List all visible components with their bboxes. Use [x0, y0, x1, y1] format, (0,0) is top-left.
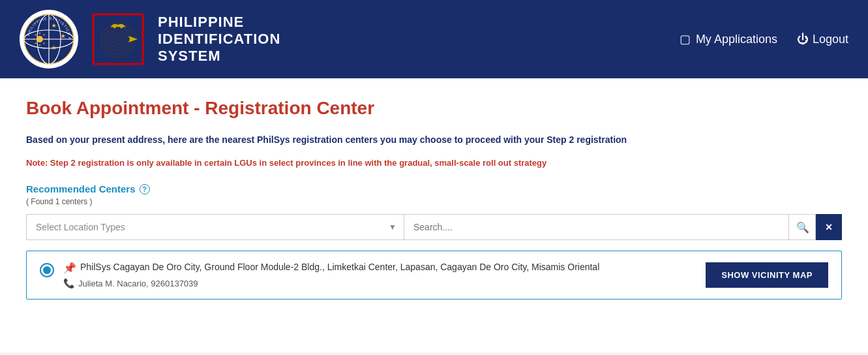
system-title-line2: IDENTIFICATION — [158, 31, 280, 48]
clear-button-label: × — [826, 221, 833, 234]
philsys-logo — [89, 10, 147, 69]
result-address-text: PhilSys Cagayan De Oro City, Ground Floo… — [80, 262, 599, 272]
search-icon: 🔍 — [796, 221, 809, 234]
system-title-line3: SYSTEM — [158, 48, 280, 65]
svg-text:★: ★ — [52, 23, 57, 29]
section-label: Recommended Centers — [26, 183, 136, 194]
pin-icon: 📌 — [63, 262, 76, 274]
found-text: ( Found 1 centers ) — [26, 197, 842, 206]
note-text: Note: Step 2 registration is only availa… — [26, 158, 842, 168]
result-info: 📌 PhilSys Cagayan De Oro City, Ground Fl… — [63, 262, 599, 288]
svg-text:★: ★ — [52, 45, 57, 51]
header-right: ▢ My Applications ⏻ Logout — [680, 32, 848, 46]
result-contact-text: Julieta M. Nacario, 9260137039 — [78, 279, 198, 288]
section-title: Recommended Centers ? — [26, 183, 842, 194]
show-map-button-label: SHOW VICINITY MAP — [721, 270, 813, 280]
search-input[interactable] — [404, 214, 816, 240]
power-icon: ⏻ — [797, 33, 809, 46]
help-icon[interactable]: ? — [140, 184, 150, 194]
radio-inner — [43, 266, 51, 274]
svg-text:★: ★ — [61, 33, 66, 39]
svg-line-14 — [44, 35, 44, 35]
result-left: 📌 PhilSys Cagayan De Oro City, Ground Fl… — [40, 262, 599, 288]
logout-link[interactable]: ⏻ Logout — [797, 33, 848, 46]
applications-icon: ▢ — [680, 32, 691, 46]
my-applications-label: My Applications — [696, 33, 777, 46]
main-content: Book Appointment - Registration Center B… — [0, 78, 868, 352]
search-wrapper: 🔍 — [404, 214, 816, 240]
site-header: ★ ★ ★ PHILIPPINE STATISTICS AUTHORITY — [0, 0, 868, 78]
info-text: Based on your present address, here are … — [26, 134, 842, 145]
page-title: Book Appointment - Registration Center — [26, 98, 842, 119]
svg-line-13 — [35, 43, 36, 44]
result-address: 📌 PhilSys Cagayan De Oro City, Ground Fl… — [63, 262, 599, 274]
location-type-select[interactable]: Select Location Types PhilSys Center Mob… — [26, 214, 404, 240]
system-title-line1: PHILIPPINE — [158, 14, 280, 31]
search-row: Select Location Types PhilSys Center Mob… — [26, 214, 842, 240]
result-contact: 📞 Julieta M. Nacario, 9260137039 — [63, 278, 599, 288]
logout-label: Logout — [813, 33, 848, 46]
svg-point-6 — [37, 36, 43, 42]
location-type-select-wrapper: Select Location Types PhilSys Center Mob… — [26, 214, 404, 240]
philsys-logo-svg — [92, 13, 144, 65]
header-left: ★ ★ ★ PHILIPPINE STATISTICS AUTHORITY — [20, 10, 280, 69]
psa-logo-svg: ★ ★ ★ PHILIPPINE STATISTICS AUTHORITY — [23, 13, 75, 65]
svg-line-11 — [35, 35, 36, 35]
my-applications-link[interactable]: ▢ My Applications — [680, 32, 777, 46]
svg-point-25 — [117, 39, 119, 42]
result-card: 📌 PhilSys Cagayan De Oro City, Ground Fl… — [26, 251, 842, 300]
show-vicinity-map-button[interactable]: SHOW VICINITY MAP — [706, 262, 828, 288]
result-radio[interactable] — [40, 263, 54, 277]
clear-button[interactable]: × — [816, 214, 842, 240]
system-title: PHILIPPINE IDENTIFICATION SYSTEM — [158, 14, 280, 65]
svg-line-12 — [44, 43, 44, 44]
psa-logo: ★ ★ ★ PHILIPPINE STATISTICS AUTHORITY — [20, 10, 78, 69]
phone-icon: 📞 — [63, 278, 74, 288]
search-button[interactable]: 🔍 — [788, 214, 816, 240]
